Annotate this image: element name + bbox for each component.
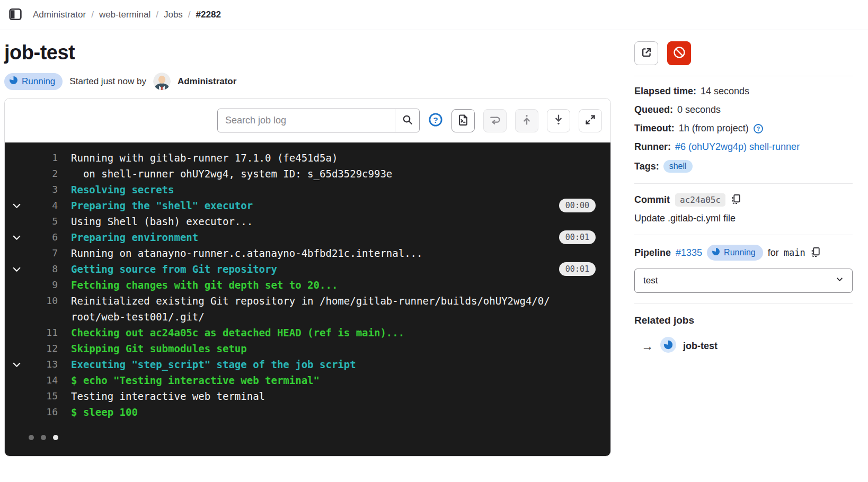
- log-line-number[interactable]: 10: [28, 293, 58, 309]
- tag-shell[interactable]: shell: [663, 160, 693, 173]
- started-text: Started just now by: [69, 76, 146, 87]
- log-line: root/web-test001/.git/: [5, 309, 610, 325]
- raw-log-button[interactable]: [451, 109, 475, 132]
- job-details: Elapsed time: 14 seconds Queued: 0 secon…: [634, 76, 853, 184]
- breadcrumb-item[interactable]: Jobs: [164, 10, 183, 20]
- log-line-number[interactable]: 6: [28, 229, 58, 245]
- scroll-bottom-button[interactable]: [547, 109, 570, 132]
- log-line-number[interactable]: 13: [28, 356, 58, 372]
- breadcrumb-item[interactable]: web-terminal: [99, 10, 150, 20]
- related-job-item[interactable]: → job-test: [634, 337, 853, 355]
- log-line: 16$ sleep 100: [5, 404, 610, 420]
- log-toolbar: ?: [5, 99, 610, 142]
- log-line-text: root/web-test001/.git/: [71, 309, 610, 325]
- log-line-number[interactable]: 2: [28, 166, 58, 182]
- log-line: 10Reinitialized existing Git repository …: [5, 293, 610, 309]
- log-line-text: Skipping Git submodules setup: [71, 341, 610, 356]
- avatar[interactable]: [153, 73, 171, 90]
- breadcrumb-item: #2282: [196, 10, 221, 20]
- author-name[interactable]: Administrator: [178, 76, 236, 87]
- copy-icon: [810, 247, 821, 259]
- scroll-to-failure-button[interactable]: [483, 109, 507, 132]
- arrow-right-icon: →: [641, 339, 653, 353]
- pipeline-status-badge[interactable]: Running: [707, 245, 763, 261]
- log-line-number: [28, 309, 58, 325]
- external-link-icon: [641, 47, 652, 60]
- section-duration-badge: 00:00: [559, 199, 596, 212]
- log-loading-dots: [29, 435, 610, 440]
- log-line-text: Reinitialized existing Git repository in…: [71, 293, 610, 309]
- log-line-number[interactable]: 4: [28, 198, 58, 213]
- log-line-text: Checking out ac24a05c as detached HEAD (…: [71, 325, 610, 341]
- log-line: 1Running with gitlab-runner 17.1.0 (fe45…: [5, 150, 610, 166]
- log-line-number[interactable]: 5: [28, 213, 58, 229]
- log-line-number[interactable]: 14: [28, 372, 58, 388]
- collapse-chevron-icon[interactable]: [5, 198, 28, 213]
- collapse-chevron-icon[interactable]: [5, 356, 28, 372]
- search-icon: [402, 114, 413, 127]
- log-line-text: Preparing the "shell" executor: [71, 198, 555, 213]
- job-running-status-icon: [660, 337, 676, 355]
- job-log-card: ?: [4, 98, 611, 457]
- section-duration-badge: 00:01: [559, 262, 596, 276]
- log-line: 3Resolving secrets: [5, 182, 610, 198]
- chevron-down-icon: [836, 275, 844, 286]
- log-line: 11Checking out ac24a05c as detached HEAD…: [5, 325, 610, 341]
- cancel-job-button[interactable]: [667, 41, 691, 65]
- raw-log-icon: [457, 114, 469, 127]
- search-box: [217, 109, 420, 132]
- log-line-text: $ echo "Testing interactive web terminal…: [71, 372, 610, 388]
- page-title: job-test: [4, 41, 611, 64]
- job-sidebar: Elapsed time: 14 seconds Queued: 0 secon…: [634, 41, 853, 355]
- log-line-number[interactable]: 15: [28, 388, 58, 404]
- commit-message[interactable]: Update .gitlab-ci.yml file: [634, 213, 853, 224]
- scroll-top-button[interactable]: [515, 109, 538, 132]
- pipeline-link[interactable]: #1335: [676, 247, 702, 258]
- breadcrumb-item[interactable]: Administrator: [33, 10, 86, 20]
- timeout-help-icon[interactable]: ?: [753, 123, 764, 134]
- log-line-number[interactable]: 3: [28, 182, 58, 198]
- fullscreen-button[interactable]: [579, 109, 602, 132]
- open-in-new-tab-button[interactable]: [634, 41, 658, 65]
- status-badge[interactable]: Running: [4, 73, 63, 90]
- log-line: 5Using Shell (bash) executor...: [5, 213, 610, 229]
- commit-sha[interactable]: ac24a05c: [675, 193, 725, 207]
- log-line: 9Fetching changes with git depth set to …: [5, 277, 610, 293]
- scroll-bottom-icon: [553, 114, 564, 127]
- copy-commit-button[interactable]: [731, 194, 741, 206]
- log-line-text: Executing "step_script" stage of the job…: [71, 356, 610, 372]
- collapse-chevron-icon[interactable]: [5, 261, 28, 277]
- collapse-chevron-icon[interactable]: [5, 229, 28, 245]
- search-input[interactable]: [218, 109, 395, 132]
- log-line-number[interactable]: 8: [28, 261, 58, 277]
- log-line: 15Testing interactive web terminal: [5, 388, 610, 404]
- related-jobs-heading: Related jobs: [634, 315, 853, 326]
- related-jobs-section: Related jobs → job-test: [634, 304, 853, 355]
- search-button[interactable]: [395, 109, 419, 132]
- breadcrumb-separator: /: [91, 10, 94, 20]
- stage-dropdown[interactable]: test: [634, 269, 853, 293]
- log-line-number[interactable]: 11: [28, 325, 58, 341]
- log-line-text: Using Shell (bash) executor...: [71, 213, 610, 229]
- log-line-text: Resolving secrets: [71, 182, 610, 198]
- log-line-text: $ sleep 100: [71, 404, 610, 420]
- pipeline-ref[interactable]: main: [784, 247, 805, 258]
- job-status-row: Running Started just now by Administrato…: [4, 73, 611, 90]
- log-line-number[interactable]: 16: [28, 404, 58, 420]
- log-line-number[interactable]: 12: [28, 341, 58, 356]
- elapsed-time-row: Elapsed time: 14 seconds: [634, 86, 853, 97]
- sidebar-toggle-button[interactable]: [6, 6, 24, 24]
- log-line-number[interactable]: 1: [28, 150, 58, 166]
- running-status-icon: [712, 247, 720, 258]
- fullscreen-icon: [584, 114, 596, 127]
- svg-text:?: ?: [433, 115, 438, 124]
- log-line-number[interactable]: 7: [28, 245, 58, 261]
- copy-ref-button[interactable]: [810, 247, 821, 259]
- top-bar: Administrator/web-terminal/Jobs/#2282: [0, 0, 868, 30]
- runner-link[interactable]: #6 (ohUY2wg4p) shell-runner: [675, 141, 800, 153]
- search-help-link[interactable]: ?: [428, 112, 443, 129]
- help-icon: ?: [428, 112, 443, 129]
- log-line-text: Getting source from Git repository: [71, 261, 555, 277]
- log-line-text: Fetching changes with git depth set to 2…: [71, 277, 610, 293]
- log-line-number[interactable]: 9: [28, 277, 58, 293]
